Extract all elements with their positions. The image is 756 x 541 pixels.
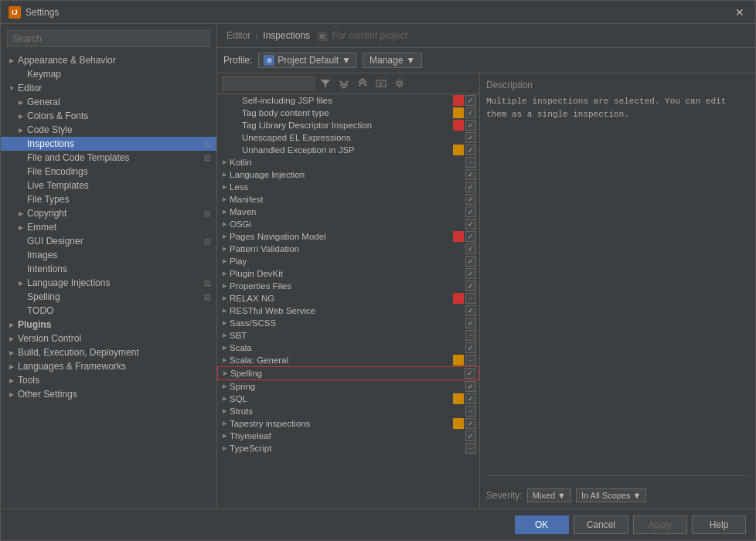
insp-checkbox[interactable] [465, 430, 476, 441]
insp-checkbox[interactable] [465, 381, 476, 392]
insp-row-pattern-validation[interactable]: Pattern Validation [217, 243, 479, 255]
insp-checkbox[interactable] [465, 145, 476, 155]
apply-button[interactable]: Apply [633, 515, 687, 534]
highlight-button[interactable] [373, 77, 389, 90]
insp-row-sql[interactable]: SQL [217, 393, 479, 405]
sidebar-item-copyright[interactable]: Copyright ⊡ [1, 206, 216, 220]
sidebar-search-input[interactable] [7, 30, 210, 47]
expand-all-button[interactable] [336, 77, 352, 90]
profile-dropdown[interactable]: ⚙ Project Default ▼ [258, 53, 356, 68]
sidebar-item-languages-frameworks[interactable]: Languages & Frameworks [1, 359, 216, 373]
insp-checkbox[interactable] [465, 243, 476, 254]
insp-row-maven[interactable]: Maven [217, 206, 479, 218]
sidebar-item-spelling[interactable]: Spelling ⊡ [1, 290, 216, 304]
insp-row-plugin-devkit[interactable]: Plugin DevKit [217, 267, 479, 280]
insp-checkbox[interactable] [465, 157, 476, 168]
insp-checkbox[interactable] [465, 268, 476, 279]
insp-row-typescript[interactable]: TypeScript [217, 442, 479, 454]
sidebar-item-file-encodings[interactable]: File Encodings [1, 165, 216, 179]
sidebar-item-keymap[interactable]: Keymap [1, 67, 216, 81]
sidebar-item-editor[interactable]: Editor [1, 81, 216, 95]
insp-checkbox[interactable] [465, 368, 475, 379]
insp-row-scala-general[interactable]: Scala: General [217, 354, 479, 366]
insp-row-spring[interactable]: Spring [217, 380, 479, 393]
insp-row-properties-files[interactable]: Properties Files [217, 280, 479, 292]
insp-checkbox[interactable] [465, 443, 476, 454]
manage-button[interactable]: Manage ▼ [363, 53, 422, 68]
insp-checkbox[interactable] [465, 355, 476, 366]
cancel-button[interactable]: Cancel [574, 515, 628, 534]
sidebar-item-version-control[interactable]: Version Control [1, 332, 216, 345]
insp-row-struts[interactable]: Struts [217, 405, 479, 417]
insp-row-language-injection[interactable]: Language Injection [217, 168, 479, 181]
insp-checkbox[interactable] [465, 219, 476, 230]
help-button[interactable]: Help [692, 515, 746, 534]
insp-checkbox[interactable] [465, 182, 476, 192]
sidebar-item-intentions[interactable]: Intentions [1, 262, 216, 276]
insp-row-kotlin[interactable]: Kotlin [217, 156, 479, 168]
insp-row-spelling[interactable]: Spelling [217, 366, 479, 380]
insp-checkbox[interactable] [465, 256, 476, 267]
insp-row-sass[interactable]: Sass/SCSS [217, 317, 479, 329]
insp-row-tld[interactable]: Tag Library Descriptor Inspection [217, 119, 479, 131]
insp-row-osgi[interactable]: OSGi [217, 218, 479, 230]
insp-checkbox[interactable] [465, 318, 476, 328]
sidebar-item-plugins[interactable]: Plugins [1, 318, 216, 332]
sidebar-item-todo[interactable]: TODO [1, 304, 216, 318]
insp-checkbox[interactable] [465, 305, 476, 316]
insp-checkbox[interactable] [465, 169, 476, 180]
insp-checkbox[interactable] [465, 330, 476, 341]
sidebar-item-other-settings[interactable]: Other Settings [1, 387, 216, 401]
insp-row-restful[interactable]: RESTful Web Service [217, 305, 479, 317]
insp-row-thymeleaf[interactable]: Thymeleaf [217, 430, 479, 442]
insp-checkbox[interactable] [465, 132, 476, 143]
insp-checkbox[interactable] [465, 120, 476, 131]
sidebar-item-live-templates[interactable]: Live Templates [1, 179, 216, 192]
insp-checkbox[interactable] [465, 418, 476, 429]
insp-checkbox[interactable] [465, 107, 476, 118]
insp-row-self-including-jsp[interactable]: Self-including JSP files [217, 94, 479, 107]
severity-dropdown[interactable]: Mixed ▼ [527, 488, 571, 502]
insp-row-unescaped-el[interactable]: Unescaped EL Expressions [217, 131, 479, 144]
insp-checkbox[interactable] [465, 194, 476, 205]
insp-checkbox[interactable] [465, 406, 476, 417]
sidebar-item-build-execution[interactable]: Build, Execution, Deployment [1, 345, 216, 359]
sidebar-item-file-types[interactable]: File Types [1, 192, 216, 206]
insp-checkbox[interactable] [465, 281, 476, 291]
insp-checkbox[interactable] [465, 393, 476, 404]
ok-button[interactable]: OK [515, 515, 569, 534]
insp-checkbox[interactable] [465, 293, 476, 304]
sidebar-item-emmet[interactable]: Emmet [1, 220, 216, 234]
insp-checkbox[interactable] [465, 206, 476, 217]
collapse-all-button[interactable] [355, 77, 370, 90]
close-button[interactable]: ✕ [732, 5, 747, 20]
sidebar-item-images[interactable]: Images [1, 248, 216, 262]
sidebar-item-tools[interactable]: Tools [1, 373, 216, 387]
insp-row-manifest[interactable]: Manifest [217, 193, 479, 206]
insp-row-tag-body[interactable]: Tag body content type [217, 107, 479, 119]
sidebar-item-gui-designer[interactable]: GUI Designer ⊡ [1, 234, 216, 248]
insp-row-relax-ng[interactable]: RELAX NG [217, 292, 479, 305]
insp-row-sbt[interactable]: SBT [217, 329, 479, 342]
sidebar-item-inspections[interactable]: Inspections ⊡ [1, 137, 216, 151]
insp-row-tapestry[interactable]: Tapestry inspections [217, 417, 479, 430]
insp-row-pages-nav[interactable]: Pages Navigation Model [217, 230, 479, 243]
settings-button[interactable] [392, 77, 407, 90]
insp-checkbox[interactable] [465, 95, 476, 106]
insp-checkbox[interactable] [465, 342, 476, 353]
insp-row-less[interactable]: Less [217, 181, 479, 193]
sidebar-item-general[interactable]: General [1, 95, 216, 109]
insp-row-unhandled-jsp[interactable]: Unhandled Exception in JSP [217, 144, 479, 156]
insp-row-play[interactable]: Play [217, 255, 479, 267]
sidebar-item-colors-fonts[interactable]: Colors & Fonts [1, 109, 216, 123]
insp-name: Manifest [228, 195, 453, 204]
sidebar-item-appearance[interactable]: Appearance & Behavior [1, 53, 216, 67]
sidebar-item-file-code-templates[interactable]: File and Code Templates ⊡ [1, 151, 216, 165]
insp-checkbox[interactable] [465, 231, 476, 242]
scope-dropdown[interactable]: In All Scopes ▼ [576, 488, 646, 502]
insp-row-scala[interactable]: Scala [217, 342, 479, 354]
sidebar-item-language-injections[interactable]: Language Injections ⊡ [1, 276, 216, 290]
filter-button[interactable] [318, 77, 333, 90]
list-search-input[interactable] [222, 77, 315, 90]
sidebar-item-code-style[interactable]: Code Style [1, 123, 216, 137]
